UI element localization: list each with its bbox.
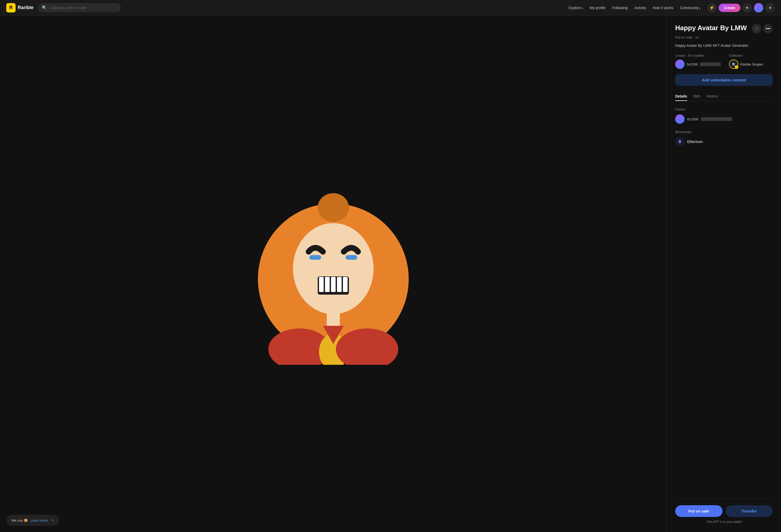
verified-badge: ✓	[735, 65, 738, 69]
create-button[interactable]: Create	[718, 4, 740, 12]
nft-image-section	[0, 15, 667, 532]
nft-details-section: Happy Avatar By LMW ♡ ••• Not for sale ·…	[667, 15, 781, 532]
nav-how-it-works[interactable]: How it works	[650, 4, 676, 11]
cookie-text: We use 🍪	[11, 519, 28, 522]
user-avatar[interactable]	[754, 3, 763, 12]
tabs-bar: Details Bids History	[675, 92, 773, 101]
nft-subtitle: Not for sale · x1	[675, 35, 773, 39]
creator-collection-row: Creator 1% royalties 0x1506 Collection R…	[675, 54, 773, 69]
svg-rect-9	[331, 277, 336, 292]
collection-value-row[interactable]: R ✓ Rarible Singles	[729, 59, 763, 69]
owner-label: Owner	[675, 108, 773, 111]
put-on-sale-button[interactable]: Put on sale	[675, 505, 723, 517]
divider	[675, 499, 773, 499]
theme-toggle-button[interactable]: ☀	[766, 3, 775, 12]
favorite-button[interactable]: ♡	[752, 24, 761, 33]
svg-rect-10	[337, 277, 342, 292]
main-content: Happy Avatar By LMW ♡ ••• Not for sale ·…	[0, 15, 781, 532]
creator-address: 0x1506	[687, 63, 698, 66]
owner-avatar	[675, 114, 685, 124]
search-input[interactable]	[49, 6, 117, 10]
creator-address-redacted	[700, 63, 721, 66]
blockchain-row: Ethereum	[675, 137, 773, 147]
collection-icon: R ✓	[729, 59, 738, 69]
svg-rect-11	[343, 277, 347, 292]
close-cookie-button[interactable]: ×	[51, 518, 54, 523]
nav-my-profile[interactable]: My profile	[587, 4, 608, 11]
edition: x1	[695, 35, 699, 39]
tab-details[interactable]: Details	[675, 92, 687, 101]
blockchain-label: Blockchain	[675, 130, 773, 134]
sale-status: Not for sale	[675, 35, 692, 39]
logo-icon: R	[6, 3, 15, 12]
nav-community[interactable]: Community	[677, 4, 703, 11]
svg-rect-7	[319, 277, 324, 292]
nav-actions: ⚡ Create ✈ ☀	[707, 3, 775, 12]
svg-point-3	[293, 223, 374, 314]
nft-artwork	[242, 183, 424, 365]
rarible-logo-mini: R	[732, 62, 735, 66]
action-buttons: Put on sale Transfer	[675, 505, 773, 517]
nav-links: Explore My profile Following Activity Ho…	[566, 4, 703, 11]
collection-label: Collection	[729, 54, 763, 57]
wallet-note: This NFT is in your wallet	[675, 520, 773, 524]
blockchain-name: Ethereum	[687, 139, 703, 144]
svg-point-2	[318, 193, 349, 222]
svg-rect-4	[310, 255, 321, 260]
creator-avatar	[675, 59, 685, 69]
tab-history[interactable]: History	[707, 92, 718, 101]
search-icon: 🔍	[42, 5, 47, 10]
ethereum-icon	[675, 137, 685, 147]
creator-value-row[interactable]: 0x1506	[675, 59, 721, 69]
creator-col: Creator 1% royalties 0x1506	[675, 54, 721, 69]
svg-rect-5	[345, 255, 357, 260]
svg-rect-8	[325, 277, 330, 292]
more-options-button[interactable]: •••	[763, 24, 773, 33]
owner-address-redacted	[701, 117, 732, 121]
search-bar[interactable]: 🔍	[38, 3, 121, 12]
send-button[interactable]: ✈	[743, 3, 752, 12]
nft-title: Happy Avatar By LMW	[675, 24, 749, 32]
collection-name: Rarible Singles	[740, 63, 763, 66]
nav-following[interactable]: Following	[610, 4, 630, 11]
collection-col: Collection R ✓ Rarible Singles	[729, 54, 763, 69]
unlockable-content-button[interactable]: Add unlockable content	[675, 74, 773, 86]
owner-address: 0x1506	[687, 117, 698, 121]
nft-header: Happy Avatar By LMW ♡ •••	[675, 24, 773, 33]
transfer-button[interactable]: Transfer	[726, 505, 773, 517]
nav-explore[interactable]: Explore	[566, 4, 585, 11]
lightning-button[interactable]: ⚡	[707, 3, 716, 12]
nft-description: Happy Avatar By LMW NFT Avatar Generator	[675, 43, 773, 48]
cookie-banner: We use 🍪 Learn more ×	[6, 515, 59, 526]
svg-marker-17	[678, 139, 682, 142]
creator-label: Creator 1% royalties	[675, 54, 721, 57]
nft-header-actions: ♡ •••	[752, 24, 773, 33]
nav-activity[interactable]: Activity	[632, 4, 648, 11]
logo-text: Rarible	[18, 5, 34, 10]
learn-more-link[interactable]: Learn more	[31, 519, 48, 522]
owner-row[interactable]: 0x1506	[675, 114, 773, 124]
navbar: R Rarible 🔍 Explore My profile Following…	[0, 0, 781, 15]
logo-area[interactable]: R Rarible	[6, 3, 34, 12]
tab-bids[interactable]: Bids	[693, 92, 700, 101]
